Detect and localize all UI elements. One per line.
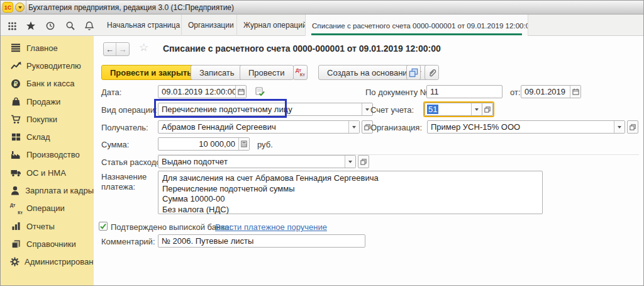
doc-date-field[interactable]: 09.01.2019	[521, 85, 581, 98]
ruble-circle-icon: ₽	[10, 79, 21, 89]
org-value[interactable]: Пример УСН-15% ООО	[428, 121, 614, 133]
account-field-focused: 51	[423, 101, 494, 117]
calendar-picker-button[interactable]	[235, 86, 246, 98]
sidebar-item-bank-cash[interactable]: ₽ Банк и касса	[1, 75, 94, 93]
sidebar-item-main[interactable]: Главное	[1, 39, 94, 57]
sidebar-item-label: Главное	[26, 43, 58, 53]
chevron-down-icon	[352, 126, 356, 129]
attachments-button[interactable]	[425, 65, 439, 80]
books-icon	[10, 239, 21, 249]
amount-field[interactable]: 10 000,00	[158, 137, 250, 151]
main-menu-button[interactable]	[15, 3, 25, 12]
sidebar-item-label: Покупки	[26, 115, 57, 124]
tab-journal[interactable]: Журнал операций ×	[237, 14, 306, 36]
payee-field[interactable]: Абрамов Геннадий Сергеевич	[158, 120, 360, 134]
dtkt-postings-button[interactable]: ДтКт	[293, 65, 308, 80]
calculator-button[interactable]	[238, 138, 249, 150]
tab-home[interactable]: Начальная страница	[96, 14, 182, 36]
doc-date-value[interactable]: 09.01.2019	[521, 86, 570, 98]
dropdown-button[interactable]	[614, 121, 625, 133]
open-button[interactable]	[482, 103, 493, 116]
confirmed-checkbox[interactable]	[99, 222, 108, 231]
sidebar-item-label: Операции	[26, 203, 65, 213]
sidebar-item-label: Руководителю	[26, 61, 81, 71]
document-check-icon[interactable]	[255, 86, 265, 99]
expense-field[interactable]: Выдано подотчет	[158, 155, 356, 168]
document-title: Списание с расчетного счета 0000-000001 …	[163, 43, 441, 54]
sidebar-item-label: Банк и касса	[26, 79, 75, 88]
dropdown-button[interactable]	[345, 156, 355, 168]
dtkt-icon: ДтКт	[294, 66, 307, 79]
document-form: ← → ☆ Списание с расчетного счета 0000-0…	[94, 36, 644, 286]
apps-grid-icon[interactable]	[6, 20, 18, 32]
tab-bar: Начальная страница Организации × Журнал …	[1, 14, 644, 36]
tab-organizations[interactable]: Организации ×	[182, 14, 237, 36]
dropdown-button[interactable]	[348, 121, 359, 133]
1c-logo-icon: 1С	[3, 2, 13, 13]
amount-value[interactable]: 10 000,00	[158, 138, 238, 150]
comment-value[interactable]: № 2006. Путевые листы	[158, 235, 365, 247]
open-form-icon	[484, 106, 491, 113]
comment-label: Комментарий:	[101, 237, 155, 246]
create-based-on-label: Создать на основании	[327, 68, 412, 77]
notifications-bell-icon[interactable]	[83, 20, 96, 32]
payee-value[interactable]: Абрамов Геннадий Сергеевич	[158, 121, 348, 133]
forward-button[interactable]: →	[116, 43, 129, 55]
tab-document-active[interactable]: Списание с расчетного счета 0000-000001 …	[306, 14, 528, 36]
dropdown-button[interactable]	[471, 103, 482, 115]
confirmed-label: Подтверждено выпиской банка:	[111, 222, 231, 232]
related-documents-icon	[409, 68, 418, 77]
sidebar-item-sales[interactable]: Продажи	[1, 93, 94, 110]
sidebar-item-warehouse[interactable]: Склад	[1, 128, 94, 146]
doc-date-label: от:	[510, 88, 521, 97]
account-field[interactable]: 51	[425, 103, 482, 116]
purpose-textarea[interactable]: Для зачисления на счет Абрамова Геннадия…	[158, 171, 543, 214]
tab-label: Журнал операций	[243, 21, 306, 30]
calendar-picker-button[interactable]	[570, 86, 580, 98]
org-field[interactable]: Пример УСН-15% ООО	[427, 120, 625, 134]
open-button[interactable]	[627, 120, 638, 134]
comment-field[interactable]: № 2006. Путевые листы	[158, 234, 365, 248]
date-field[interactable]: 09.01.2019 12:00:00	[158, 85, 247, 98]
sidebar-item-directories[interactable]: Справочники	[1, 235, 94, 253]
sidebar-item-purchases[interactable]: Покупки	[1, 110, 94, 128]
open-button[interactable]	[358, 155, 369, 168]
account-value-selected[interactable]: 51	[427, 105, 438, 114]
related-documents-button[interactable]	[406, 65, 421, 80]
search-icon[interactable]	[64, 20, 77, 32]
open-form-icon	[630, 124, 636, 130]
sidebar-item-administration[interactable]: Администрирование	[1, 253, 94, 271]
sidebar-item-payroll-hr[interactable]: Зарплата и кадры	[1, 181, 94, 199]
favorites-star-icon[interactable]	[25, 20, 37, 32]
expense-value[interactable]: Выдано подотчет	[158, 156, 345, 168]
sidebar: Главное Руководителю ₽ Банк и касса Прод…	[1, 36, 94, 286]
doc-no-value[interactable]: 11	[427, 86, 502, 98]
date-value[interactable]: 09.01.2019 12:00:00	[158, 86, 235, 98]
account-label: Счет учета:	[370, 105, 414, 115]
nav-history-group: ← →	[103, 42, 130, 56]
sidebar-item-manager[interactable]: Руководителю	[1, 57, 94, 74]
person-icon	[10, 186, 20, 196]
tab-label: Списание с расчетного счета 0000-000001 …	[312, 21, 528, 30]
save-button[interactable]: Записать	[191, 65, 243, 80]
factory-icon	[10, 150, 21, 160]
payment-order-link[interactable]: Ввести платежное поручение	[215, 222, 327, 232]
operation-value[interactable]: Перечисление подотчетному лицу	[158, 103, 362, 115]
title-bar: 1С Бухгалтерия предприятия, редакция 3.0…	[1, 1, 644, 14]
sidebar-item-label: Справочники	[26, 239, 76, 249]
operation-field[interactable]: Перечисление подотчетному лицу	[158, 103, 373, 116]
sidebar-item-label: Зарплата и кадры	[25, 186, 94, 195]
truck-icon	[10, 168, 21, 178]
sidebar-item-operations[interactable]: ДтКт Операции	[1, 200, 94, 217]
calendar-icon	[572, 88, 579, 95]
doc-no-field[interactable]: 11	[426, 85, 502, 98]
sidebar-item-fixed-assets[interactable]: ОС и НМА	[1, 164, 94, 181]
history-clock-icon[interactable]	[44, 20, 57, 32]
sidebar-item-reports[interactable]: Отчеты	[1, 217, 94, 235]
post-and-close-button[interactable]: Провести и закрыть	[101, 65, 201, 80]
back-button[interactable]: ←	[104, 43, 116, 55]
post-button[interactable]: Провести	[240, 65, 294, 80]
favorite-star-icon[interactable]: ☆	[139, 41, 148, 54]
sidebar-item-production[interactable]: Производство	[1, 146, 94, 164]
gear-icon	[10, 257, 19, 267]
